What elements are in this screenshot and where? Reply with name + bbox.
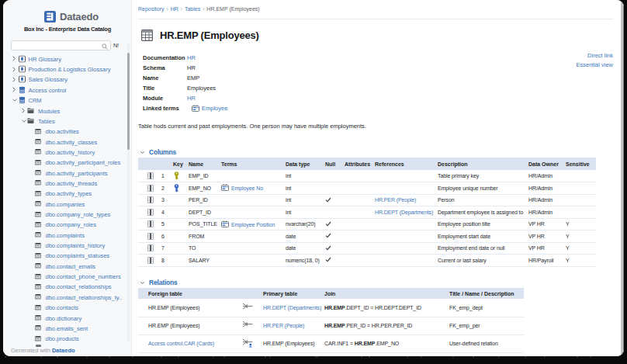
tree-item[interactable]: dbo.activity_participants — [3, 168, 127, 178]
tree-item[interactable]: Production & Logistics Glossary — [3, 64, 127, 74]
tree-item[interactable]: Access control — [3, 85, 127, 95]
tree-item[interactable]: dbo.company_roles — [3, 220, 127, 230]
search-input[interactable] — [11, 40, 111, 50]
tree-item-label[interactable]: dbo.dictionary — [46, 314, 82, 321]
term-link[interactable]: Employee No — [231, 185, 263, 191]
tree-item[interactable]: dbo.complaints_history — [3, 240, 127, 250]
tree-item[interactable]: dbo.contact_phone_numbers — [3, 271, 127, 281]
column-row[interactable]: 1 EMP_ID int Table primary key HR/Admin — [138, 170, 596, 182]
tree-item[interactable]: dbo.activities — [3, 127, 127, 137]
tree-item[interactable]: CRM — [3, 95, 127, 106]
tree-item-label[interactable]: dbo.complaints — [46, 231, 85, 238]
essential-view-link[interactable]: Essential view — [576, 61, 613, 70]
relation-row[interactable]: Access control.CAR (Cards) HR.EMP (Emplo… — [138, 335, 524, 352]
tree-item[interactable]: dbo.contact_relationships — [3, 282, 127, 292]
tree-item[interactable]: dbo.activity_types — [3, 189, 127, 199]
relation-row[interactable]: HR.EMP (Employees) HR.DEPT (Departments)… — [138, 299, 524, 317]
tree-item[interactable]: dbo.complaints — [3, 230, 127, 240]
relation-row[interactable]: HR.EMP (Employees) HR.PER (People) HR.EM… — [138, 317, 524, 335]
tree-item[interactable]: dbo.activity_threads — [3, 178, 127, 188]
linked-term-link[interactable]: Employee — [202, 105, 227, 112]
tree-item-label[interactable]: HR Glossary — [29, 55, 62, 62]
columns-section-header[interactable]: Columns — [140, 148, 176, 156]
tree-item-label[interactable]: dbo.activity_participant_roles — [46, 159, 121, 166]
primary-table-link[interactable]: HR.PER (People) — [263, 323, 304, 328]
term-link[interactable]: Employee Position — [231, 222, 275, 227]
direct-link[interactable]: Direct link — [576, 51, 613, 61]
logo[interactable]: Dataedo — [44, 10, 99, 23]
tree-item-label[interactable]: dbo.contact_relationships — [46, 283, 112, 290]
tree-item-label[interactable]: dbo.activity_threads — [46, 179, 98, 186]
tree-item[interactable]: dbo.activity_classes — [3, 137, 127, 147]
sidebar-scrollbar-thumb[interactable] — [127, 53, 130, 150]
column-name: TO — [186, 242, 219, 255]
tree-item[interactable]: dbo.emails_sent — [3, 323, 127, 333]
tree-expander-collapsed-icon[interactable] — [12, 56, 17, 62]
column-row[interactable]: 5 POS_TITLE Employee Position nvarchar(2… — [138, 218, 596, 231]
column-row[interactable]: 2 EMP_NO Employee No int Employee unique… — [138, 182, 596, 195]
tree-item-label[interactable]: dbo.contacts — [46, 304, 79, 311]
tree-item-label[interactable]: dbo.products — [46, 335, 79, 342]
tree-item[interactable]: dbo.contact_relationships_ty.. — [3, 292, 127, 302]
tree-item-label[interactable]: dbo.complaints_history — [46, 242, 106, 249]
tree-item[interactable]: dbo.companies — [3, 199, 127, 209]
column-row[interactable]: 6 FROM date Employment start date VP HR … — [138, 231, 596, 243]
reference-link[interactable]: HR.DEPT (Departments) — [375, 210, 433, 215]
tree-item[interactable]: dbo.complaints_statuses — [3, 251, 127, 261]
tree-item-label[interactable]: dbo.company_roles — [46, 221, 96, 228]
tree-item-label[interactable]: dbo.complaints_statuses — [46, 252, 110, 259]
tree-item-label[interactable]: dbo.activity_classes — [46, 138, 98, 145]
tree-item-label[interactable]: dbo.company_role_types — [46, 211, 111, 218]
tree-item-label[interactable]: dbo.activity_types — [46, 190, 92, 197]
tree-item-label[interactable]: Access control — [29, 86, 67, 93]
breadcrumb-link[interactable]: Repository — [138, 6, 164, 12]
tree-item[interactable]: dbo.company_role_types — [3, 209, 127, 219]
tree-item-label[interactable]: Tables — [38, 117, 55, 124]
tree-item[interactable]: dbo.activity_participant_roles — [3, 158, 127, 168]
breadcrumb-link[interactable]: HR — [171, 6, 178, 12]
property-label: Documentation — [143, 54, 187, 61]
tree-item[interactable]: dbo.products — [3, 334, 127, 344]
tree-item[interactable]: Modules — [3, 106, 127, 116]
tree-item-label[interactable]: dbo.contact_emails — [46, 262, 96, 269]
tree-item-label[interactable]: Modules — [38, 107, 60, 114]
tree-item[interactable]: dbo.dictionary — [3, 313, 127, 323]
reference-link[interactable]: HR.PER (People) — [375, 197, 416, 203]
property-value-link[interactable]: HR — [187, 54, 196, 61]
tree-item[interactable]: dbo.contact_emails — [3, 261, 127, 271]
column-row[interactable]: 4 DEPT_ID int HR.DEPT (Departments) Depa… — [138, 206, 596, 219]
tree-item-label[interactable]: dbo.activities — [46, 128, 79, 135]
tree-item[interactable]: Sales Glossary — [3, 75, 127, 85]
tree-item-label[interactable]: Production & Logistics Glossary — [29, 66, 111, 73]
tree-expander-expanded-icon[interactable] — [12, 97, 17, 103]
relation-primary-table: HR.EMP (Employees) — [260, 335, 324, 352]
tree-item[interactable]: HR Glossary — [3, 54, 127, 64]
tree-item-label[interactable]: dbo.contact_phone_numbers — [46, 273, 121, 280]
relations-section-header[interactable]: Relations — [140, 279, 177, 286]
tree-item-label[interactable]: Sales Glossary — [29, 76, 68, 83]
tree-expander-expanded-icon[interactable] — [22, 118, 26, 124]
column-row[interactable]: 3 PER_ID int HR.PER (People) Person HR/A… — [138, 194, 596, 206]
tree-expander-collapsed-icon[interactable] — [12, 76, 17, 82]
tree-item[interactable]: dbo.contacts — [3, 303, 127, 313]
footer-brand-link[interactable]: Dataedo — [52, 347, 75, 354]
column-row[interactable]: 8 SALARY numeric(18, 0) Current or last … — [138, 255, 596, 267]
property-value-link[interactable]: HR — [187, 95, 196, 102]
column-null — [323, 170, 342, 182]
tree-item-label[interactable]: dbo.contact_relationships_ty.. — [46, 293, 123, 300]
breadcrumb-link[interactable]: Tables — [185, 6, 200, 12]
tree-item-label[interactable]: dbo.emails_sent — [46, 324, 88, 331]
tree-expander-collapsed-icon[interactable] — [22, 108, 26, 114]
column-sensitive: Y — [563, 255, 596, 267]
foreign-table-link[interactable]: Access control.CAR (Cards) — [148, 341, 214, 346]
tree-item-label[interactable]: dbo.companies — [46, 200, 85, 207]
tree-item-label[interactable]: CRM — [29, 97, 42, 104]
tree-expander-collapsed-icon[interactable] — [12, 87, 17, 93]
column-row[interactable]: 7 TO date Employment end date or null VP… — [138, 242, 596, 255]
tree-item-label[interactable]: dbo.activity_history — [46, 148, 95, 155]
tree-item-label[interactable]: dbo.activity_participants — [46, 169, 108, 176]
primary-table-link[interactable]: HR.DEPT (Departments) — [263, 305, 321, 310]
tree-item[interactable]: dbo.activity_history — [3, 147, 127, 157]
tree-expander-collapsed-icon[interactable] — [12, 66, 17, 72]
tree-item[interactable]: Tables — [3, 116, 127, 126]
